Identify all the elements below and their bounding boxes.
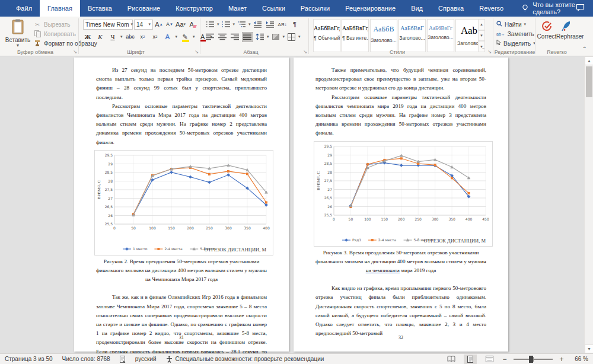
paste-button[interactable]: Вставить ▼: [5, 19, 31, 53]
comments-icon[interactable]: [576, 3, 585, 14]
clear-formatting-button[interactable]: A: [187, 20, 196, 29]
collapse-ribbon-button[interactable]: ⌃: [582, 46, 587, 52]
tab-Файл[interactable]: Файл: [8, 0, 40, 17]
page-31[interactable]: Из 27 секунд на последнем 50-метровом от…: [74, 58, 289, 352]
text-effects-arrow[interactable]: ▾: [176, 34, 178, 39]
svg-text:150: 150: [381, 217, 388, 221]
tab-Рецензирование[interactable]: Рецензирование: [337, 0, 403, 17]
chart-figure-2[interactable]: 05010015020025030035040025,52626,52727,5…: [94, 150, 273, 256]
align-center-button[interactable]: [217, 32, 228, 42]
tab-Рассылки[interactable]: Рассылки: [293, 0, 337, 17]
decrease-indent-button[interactable]: [252, 20, 263, 30]
page-32[interactable]: Также примечательно, что будущий чемпион…: [294, 58, 508, 352]
read-mode-button[interactable]: [445, 355, 458, 364]
strikethrough-button[interactable]: abc: [126, 32, 135, 41]
underline-button[interactable]: Ч: [108, 32, 117, 41]
show-marks-button[interactable]: ¶: [289, 20, 301, 30]
style-card-3[interactable]: АаБбВЗаголово...: [370, 19, 397, 52]
chart-figure-3[interactable]: 05010015020025030035040045025,52626,5272…: [314, 141, 493, 247]
svg-text:29: 29: [327, 152, 332, 157]
tab-Макет[interactable]: Макет: [221, 0, 254, 17]
tab-Ссылки[interactable]: Ссылки: [254, 0, 293, 17]
language-indicator[interactable]: русский: [135, 356, 157, 362]
style-name: Заголово...: [371, 37, 397, 43]
scrollbar-thumb[interactable]: [586, 66, 592, 97]
copy-button[interactable]: Копировать: [33, 29, 76, 39]
clipboard-dialog-launcher[interactable]: ↘: [73, 49, 77, 55]
print-layout-button[interactable]: [464, 355, 477, 364]
font-name-combo[interactable]: Times New Rom▾: [83, 20, 133, 30]
change-case-button[interactable]: Аа▾: [176, 20, 186, 29]
svg-text:28: 28: [108, 178, 113, 183]
tab-Главная[interactable]: Главная: [40, 0, 80, 17]
reverso-rephraser-button[interactable]: Rephraser: [556, 20, 576, 40]
justify-button[interactable]: [242, 32, 253, 42]
paste-dropdown-arrow[interactable]: ▼: [5, 43, 31, 47]
paragraph: Рассмотрим основные параметры тактическо…: [315, 93, 486, 138]
zoom-level[interactable]: 66 %: [570, 356, 588, 362]
tab-Reverso[interactable]: Reverso: [471, 0, 511, 17]
svg-text:250: 250: [415, 217, 422, 221]
lightbulb-icon: [522, 4, 528, 12]
bold-button[interactable]: Ж: [83, 32, 93, 41]
styles-dialog-launcher[interactable]: ↘: [487, 49, 492, 55]
shrink-font-button[interactable]: А▼: [165, 20, 174, 29]
word-count[interactable]: Число слов: 8768: [62, 356, 110, 362]
font-size-combo[interactable]: 14▾: [134, 20, 153, 30]
style-card-1[interactable]: АаБбВвГг,¶ Обычный: [313, 19, 340, 52]
shading-button[interactable]: [270, 32, 282, 42]
line-spacing-button[interactable]: [254, 32, 266, 42]
vertical-scrollbar[interactable]: ▲ ▼: [584, 56, 593, 353]
svg-text:27,5: 27,5: [105, 187, 113, 191]
highlight-arrow[interactable]: ▾: [193, 34, 195, 39]
paragraph-dialog-launcher[interactable]: ↘: [303, 49, 307, 55]
superscript-button[interactable]: x2: [151, 32, 160, 41]
numbered-list-button[interactable]: [221, 20, 232, 30]
cut-button[interactable]: ✂ Вырезать: [33, 20, 70, 29]
replace-icon: ab↔: [496, 32, 505, 36]
style-name: Заголово...: [428, 34, 454, 40]
underline-dropdown-arrow[interactable]: ▾: [120, 34, 123, 39]
svg-text:2-4 места: 2-4 места: [164, 247, 183, 251]
styles-scroll-up[interactable]: ▲: [478, 19, 485, 30]
tab-Справка[interactable]: Справка: [431, 0, 471, 17]
increase-indent-button[interactable]: [264, 20, 276, 30]
sort-button[interactable]: АЯ↓: [277, 20, 288, 30]
tell-me-box[interactable]: Что вы хотите сделать?: [522, 0, 576, 17]
paragraph: Также примечательно, что будущий чемпион…: [315, 66, 486, 93]
tab-Вид[interactable]: Вид: [403, 0, 431, 17]
subscript-button[interactable]: x2: [138, 32, 148, 41]
web-layout-button[interactable]: [483, 355, 496, 364]
tab-Вставка[interactable]: Вставка: [80, 0, 120, 17]
multilevel-list-button[interactable]: [236, 20, 247, 30]
align-right-button[interactable]: [229, 32, 241, 42]
zoom-in-button[interactable]: +: [559, 355, 565, 363]
page-indicator[interactable]: Страница 3 из 50: [5, 356, 53, 362]
style-card-4[interactable]: АаБбВвГЗаголово...: [398, 19, 426, 52]
align-left-button[interactable]: [205, 32, 216, 42]
tab-Конструктор[interactable]: Конструктор: [168, 0, 221, 17]
select-button[interactable]: Выделить▾: [496, 39, 535, 48]
zoom-slider[interactable]: [514, 359, 553, 360]
style-card-5[interactable]: АаБбВвГгЗаголово...: [427, 19, 454, 52]
style-card-2[interactable]: АаБбВвГг,¶ Без инте...: [342, 19, 369, 52]
zoom-slider-thumb[interactable]: [529, 356, 533, 363]
text-effects-button[interactable]: А: [163, 32, 173, 41]
italic-button[interactable]: К: [95, 32, 105, 41]
find-button[interactable]: Найти▾: [496, 20, 526, 29]
scroll-up-button[interactable]: ▲: [585, 56, 593, 65]
accessibility-checker[interactable]: Специальные возможности: проверьте реком…: [166, 356, 324, 363]
proofing-status[interactable]: [120, 356, 126, 363]
grow-font-button[interactable]: А▲: [154, 20, 164, 29]
font-dialog-launcher[interactable]: ↘: [195, 49, 199, 55]
tab-Рисование[interactable]: Рисование: [120, 0, 168, 17]
styles-scroll-down[interactable]: ▼: [478, 30, 485, 41]
zoom-out-button[interactable]: −: [502, 355, 508, 363]
scroll-down-button[interactable]: ▼: [585, 344, 593, 353]
highlight-button[interactable]: ✎: [180, 32, 190, 41]
bullet-list-button[interactable]: [205, 20, 216, 30]
ribbon-tabs: ФайлГлавнаяВставкаРисованиеКонструкторМа…: [0, 0, 511, 17]
replace-button[interactable]: ab↔ Заменить: [496, 29, 534, 39]
borders-button[interactable]: [286, 32, 297, 42]
reverso-correct-button[interactable]: Correct: [537, 20, 557, 40]
